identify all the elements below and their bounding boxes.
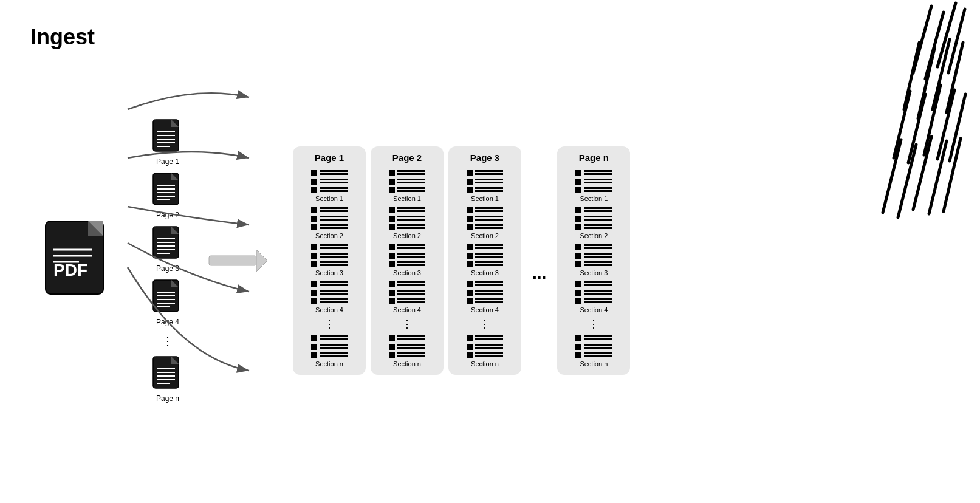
svg-rect-137 (397, 281, 425, 283)
s1-n-label: Section n (315, 360, 343, 368)
svg-rect-227 (584, 281, 612, 283)
main-arrow (208, 248, 269, 273)
svg-rect-205 (575, 187, 581, 193)
svg-rect-141 (397, 293, 425, 295)
svg-rect-179 (475, 261, 503, 263)
svg-rect-226 (575, 281, 581, 287)
svg-rect-230 (584, 290, 612, 292)
svg-rect-148 (389, 344, 395, 350)
svg-rect-94 (311, 290, 317, 296)
svg-rect-190 (467, 335, 473, 341)
section-n-3: Section 3 (574, 243, 613, 276)
svg-rect-180 (475, 264, 503, 266)
svg-rect-149 (397, 344, 425, 346)
svg-rect-164 (475, 207, 503, 209)
svg-rect-187 (467, 298, 473, 304)
svg-rect-115 (389, 187, 395, 193)
svg-rect-125 (397, 224, 425, 226)
svg-rect-90 (320, 264, 348, 266)
svg-rect-220 (575, 253, 581, 259)
page-item-1: Page 1 (152, 118, 183, 166)
svg-rect-189 (475, 301, 503, 303)
svg-rect-217 (575, 244, 581, 250)
sn-3-label: Section 3 (580, 269, 608, 276)
svg-rect-131 (397, 253, 425, 255)
pages-list: Page 1 Page 2 (152, 118, 183, 403)
svg-rect-91 (311, 281, 317, 287)
svg-rect-129 (397, 247, 425, 249)
svg-rect-92 (320, 281, 348, 283)
svg-rect-116 (397, 187, 425, 189)
svg-rect-218 (584, 244, 612, 246)
section-icon (574, 206, 613, 231)
page-col-3-header: Page 3 (470, 152, 499, 163)
section-icon (574, 169, 613, 194)
col-1-dots: ⋮ (324, 318, 335, 329)
svg-rect-85 (311, 253, 317, 259)
svg-rect-97 (311, 298, 317, 304)
section-n-4: Section 4 (574, 280, 613, 313)
page-col-1-header: Page 1 (315, 152, 344, 163)
page-3-icon (152, 225, 183, 263)
section-icon (388, 243, 427, 269)
svg-rect-103 (311, 344, 317, 350)
svg-rect-199 (575, 170, 581, 176)
svg-rect-68 (320, 179, 348, 180)
svg-rect-124 (389, 224, 395, 230)
svg-rect-113 (397, 179, 425, 180)
section-2-4: Section 4 (388, 280, 427, 313)
svg-rect-96 (320, 293, 348, 295)
svg-rect-237 (584, 338, 612, 340)
section-n-1: Section 1 (574, 169, 613, 202)
section-1-n: Section n (310, 334, 349, 368)
svg-rect-243 (584, 355, 612, 357)
sn-n-label: Section n (580, 360, 608, 368)
section-icon (388, 169, 427, 194)
page-col-2-header: Page 2 (392, 152, 422, 163)
svg-rect-240 (584, 347, 612, 349)
svg-rect-195 (475, 347, 503, 349)
svg-rect-211 (575, 216, 581, 222)
svg-rect-95 (320, 290, 348, 292)
svg-rect-231 (584, 293, 612, 295)
svg-rect-150 (397, 347, 425, 349)
svg-rect-134 (397, 261, 425, 263)
svg-rect-198 (475, 355, 503, 357)
svg-rect-62 (209, 256, 256, 265)
svg-rect-201 (584, 173, 612, 175)
svg-rect-219 (584, 247, 612, 249)
svg-rect-159 (475, 182, 503, 183)
svg-rect-111 (397, 173, 425, 175)
section-n-2: Section 2 (574, 206, 613, 239)
s3-1-label: Section 1 (471, 195, 499, 202)
section-2-3: Section 3 (388, 243, 427, 276)
svg-rect-86 (320, 253, 348, 255)
pdf-section: PDF (43, 218, 115, 303)
svg-rect-203 (584, 179, 612, 180)
svg-rect-128 (397, 244, 425, 246)
middle-dots: ··· (532, 268, 546, 287)
svg-rect-191 (475, 335, 503, 337)
svg-rect-132 (397, 256, 425, 258)
svg-rect-193 (467, 344, 473, 350)
svg-rect-214 (575, 224, 581, 230)
s3-2-label: Section 2 (471, 232, 499, 239)
svg-rect-163 (467, 207, 473, 213)
s3-n-label: Section n (471, 360, 499, 368)
svg-rect-210 (584, 210, 612, 212)
page-title: Ingest (30, 24, 95, 50)
section-icon (310, 243, 349, 269)
svg-rect-151 (389, 352, 395, 358)
svg-rect-133 (389, 261, 395, 267)
page-1-label: Page 1 (156, 157, 179, 166)
arrows-svg (122, 61, 255, 425)
svg-rect-108 (320, 355, 348, 357)
svg-rect-79 (311, 224, 317, 230)
svg-rect-153 (397, 355, 425, 357)
page-1-icon (152, 118, 183, 156)
svg-rect-216 (584, 227, 612, 229)
svg-rect-147 (397, 338, 425, 340)
s2-4-label: Section 4 (393, 306, 421, 313)
section-icon (310, 206, 349, 231)
svg-rect-158 (475, 179, 503, 180)
